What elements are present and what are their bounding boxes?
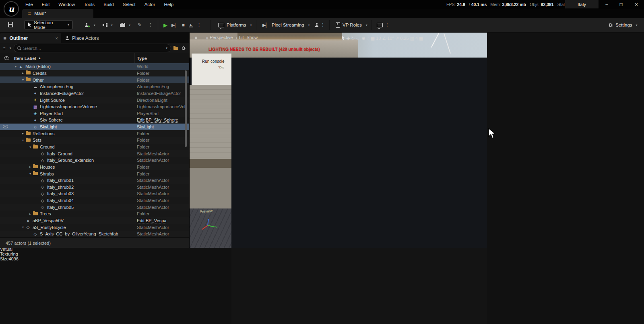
outliner-row[interactable]: ◇Italy_GroundStaticMeshActor [0,150,189,157]
viewport-menu-icon[interactable]: ≡ [195,35,203,40]
viewport-show-dropdown[interactable]: Show [247,35,258,40]
eject-button[interactable]: ▲ [189,23,193,27]
expander-arrow[interactable]: ▾ [28,172,32,175]
outliner-row[interactable]: ◈Player StartPlayerStart [0,110,189,117]
viewport-layout-icon[interactable]: ▦ [419,36,423,41]
outliner-row[interactable]: ◇Italy_shrub03StaticMeshActor [0,190,189,197]
settings-dropdown[interactable]: Settings▾ [608,20,638,30]
media-capture-icon[interactable] [377,23,383,27]
multi-user-icon[interactable] [315,23,319,27]
expander-arrow[interactable]: ▸ [28,212,32,216]
save-level-icon[interactable] [8,22,13,27]
value-input[interactable]: 4096 [8,256,18,261]
editor-modes-icon[interactable]: ✎ [138,22,142,28]
expander-arrow[interactable]: ▸ [21,132,25,135]
select-tool-button[interactable] [341,35,345,41]
play-button[interactable]: ▶ [163,22,167,28]
outliner-row[interactable]: ◇Italy_shrub05StaticMeshActor [0,204,189,210]
blueprints-icon[interactable] [103,23,107,27]
outliner-search-input[interactable]: Search... ▾ [14,44,171,52]
outliner-row[interactable]: ▸CreditsFolder [0,70,189,77]
outliner-row[interactable]: ◇Italy_Ground_extensionStaticMeshActor [0,157,189,164]
outliner-close-icon[interactable]: × [56,36,58,41]
outliner-settings-gear-icon[interactable] [181,45,186,51]
outliner-row[interactable]: ▾SetsFolder [0,137,189,144]
scale-tool-button[interactable]: ↔ [356,36,360,41]
tab-place-actors[interactable]: Place Actors [61,33,122,43]
rotation-snap-value[interactable]: 10° [387,36,394,41]
outliner-row[interactable]: ☼SkyLightSkyLight [0,124,189,130]
menu-item-help[interactable]: Help [164,2,174,7]
expander-arrow[interactable]: ▾ [21,225,25,229]
grid-snap-value[interactable]: 10 [376,36,381,41]
surface-snap-button[interactable]: ∴ [367,36,369,41]
create-folder-icon[interactable] [173,47,178,50]
outliner-row[interactable]: ◇Italy_shrub02StaticMeshActor [0,184,189,191]
scale-snap-icon[interactable]: ↗ [395,36,399,41]
rotation-snap-icon[interactable]: ∠ [382,36,386,41]
frame-skip-button[interactable]: ▶▏ [171,23,178,28]
outliner-row[interactable]: ▾ShrubsFolder [0,170,189,177]
outliner-row[interactable]: ◇Italy_shrub01StaticMeshActor [0,177,189,184]
menu-item-actor[interactable]: Actor [144,2,155,7]
expander-arrow[interactable]: ▸ [28,165,32,169]
outliner-column-headers[interactable]: Item Label ▲ Type [0,53,189,64]
pixel-streaming-dropdown[interactable]: ▶▏ Pixel Streaming▾ [262,20,310,30]
world-space-button[interactable]: ⊕ [361,36,365,41]
outliner-row[interactable]: ●aBP_Vespa50VEdit BP_Vespa [0,217,189,224]
outliner-row[interactable]: ◇Italy_shrub04StaticMeshActor [0,197,189,204]
scale-snap-value[interactable]: 0.25 [400,36,409,41]
menu-item-edit[interactable]: Edit [42,2,50,7]
project-name-button[interactable]: Italy [565,0,599,8]
stop-button[interactable]: ■ [182,23,185,27]
tab-main-level[interactable]: ≣ Main* [22,9,93,18]
expander-arrow[interactable]: ▾ [21,78,25,82]
menu-item-build[interactable]: Build [103,2,114,7]
menu-item-tools[interactable]: Tools [84,2,95,7]
move-tool-button[interactable]: ✚ [346,36,350,41]
outliner-row[interactable]: ▩LightmassImportanceVolumeLightmassImpor… [0,103,189,110]
camera-speed-value[interactable]: 4 [415,36,418,41]
tab-outliner[interactable]: ≣ Outliner × [0,33,61,43]
outliner-row[interactable]: ●InstancedFoliageActorInstancedFoliageAc… [0,90,189,97]
outliner-row[interactable]: ◇S_Axis_CC_by_OliverYeung_SketchfabStati… [0,231,189,237]
viewport-lit-dropdown[interactable]: ◐ Lit [235,35,244,40]
outliner-row[interactable]: ☀Light SourceDirectionalLight [0,97,189,103]
media-capture-options-icon[interactable]: ⋮ [385,22,390,28]
outliner-row[interactable]: ▸ReflectionsFolder [0,130,189,137]
grid-snap-icon[interactable]: ▦ [371,36,375,41]
window-maximize-button[interactable]: □ [615,0,627,8]
viewport-3d[interactable]: Run console "Dis Preview Y LIGHTING NEED… [189,32,487,248]
menu-item-file[interactable]: File [25,2,33,7]
window-minimize-button[interactable]: − [601,0,613,8]
outliner-row[interactable]: ▾GroundFolder [0,144,189,151]
row-type-link[interactable]: Edit BP_Vespa [137,218,166,223]
row-visibility-eye[interactable] [0,124,10,129]
add-actor-icon[interactable] [85,23,89,27]
menu-item-select[interactable]: Select [123,2,136,7]
visibility-column-icon[interactable] [4,56,9,60]
outliner-row[interactable]: ▾OtherFolder [0,76,189,83]
unreal-logo[interactable]: u [4,1,19,17]
toolbar-overflow-icon[interactable]: ⋮ [148,22,153,28]
outliner-scrollbar[interactable] [185,70,187,147]
outliner-row[interactable]: ▾▲Main (Editor)World [0,63,189,70]
menu-item-window[interactable]: Window [58,2,75,7]
vp-roles-dropdown[interactable]: VP Roles▾ [336,20,367,30]
outliner-row[interactable]: ▾◇aS_RustyBicycleStaticMeshActor [0,224,189,231]
window-close-button[interactable]: × [630,0,642,8]
viewport-perspective-dropdown[interactable]: ◈ Perspective [206,35,233,40]
expander-arrow[interactable]: ▾ [14,65,18,68]
selection-mode-dropdown[interactable]: Selection Mode ▾ [24,20,73,29]
outliner-filter-chevron[interactable]: ▾ [10,46,11,50]
play-options-icon[interactable]: ⋮ [197,22,202,28]
cinematics-icon[interactable] [120,23,125,27]
expander-arrow[interactable]: ▾ [21,138,25,142]
expander-arrow[interactable]: ▾ [28,145,32,149]
expander-arrow[interactable]: ▸ [21,71,25,75]
platforms-dropdown[interactable]: Platforms▾ [218,20,252,30]
multi-user-options-icon[interactable]: ⋮ [320,22,325,28]
camera-speed-icon[interactable]: ▥ [410,36,414,41]
outliner-row[interactable]: ☁Atmospheric FogAtmosphericFog [0,83,189,90]
outliner-filter-icon[interactable]: ≡ [3,46,6,50]
